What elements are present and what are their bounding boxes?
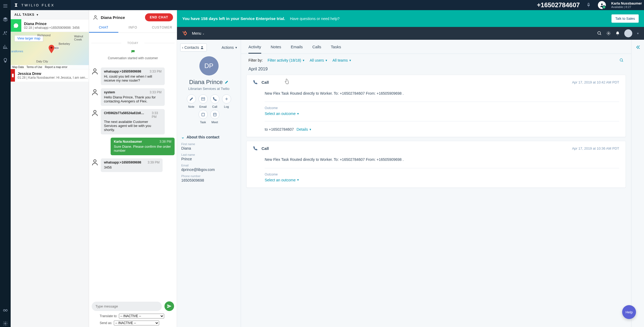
activity-type: Call bbox=[261, 80, 269, 85]
activity-type: Call bbox=[261, 146, 269, 151]
layers-icon[interactable] bbox=[3, 17, 8, 23]
contact-action-task[interactable]: Task bbox=[198, 110, 209, 124]
note-icon bbox=[189, 97, 194, 101]
search-icon[interactable] bbox=[597, 31, 602, 36]
brand: TWILIO FLEX bbox=[14, 3, 55, 7]
trial-question: Have questions or need help? bbox=[290, 17, 340, 21]
contact-action-meet[interactable]: Meet bbox=[209, 110, 220, 124]
tab-customer[interactable]: CUSTOMER bbox=[147, 23, 177, 33]
tab-emails[interactable]: Emails bbox=[291, 45, 303, 54]
chat-message: whatsapp:+165059096983:33 PMHi, could yo… bbox=[91, 67, 175, 85]
outcome-dropdown[interactable]: Select an outcome ▼ bbox=[265, 111, 299, 116]
msg-time: 3:39 PM bbox=[148, 161, 160, 164]
tab-info[interactable]: INFO bbox=[118, 23, 148, 33]
trial-message: You have 158 days left in your Service E… bbox=[182, 16, 285, 21]
trial-banner: You have 158 days left in your Service E… bbox=[177, 10, 644, 27]
about-contact-toggle[interactable]: ⌄About this contact bbox=[181, 135, 236, 139]
svg-point-4 bbox=[5, 323, 6, 324]
phone-value[interactable]: 16505909698 bbox=[181, 178, 236, 182]
call-icon bbox=[213, 97, 217, 101]
last-name-value[interactable]: Prince bbox=[181, 157, 236, 161]
contact-name: Diana Prince bbox=[189, 79, 223, 86]
details-dropdown[interactable]: Details ▼ bbox=[296, 127, 312, 131]
glasses-icon[interactable] bbox=[3, 307, 8, 313]
dialer-number[interactable]: +16502784607 bbox=[537, 1, 580, 9]
activity-column: Activity Notes Emails Calls Tasks Filter… bbox=[241, 40, 631, 327]
svg-rect-21 bbox=[213, 113, 216, 116]
tab-chat[interactable]: CHAT bbox=[89, 23, 118, 33]
edit-pencil-icon[interactable] bbox=[225, 80, 228, 84]
outcome-dropdown[interactable]: Select an outcome ▼ bbox=[265, 178, 299, 182]
search-icon[interactable] bbox=[619, 58, 624, 62]
talk-to-sales-button[interactable]: Talk to Sales bbox=[611, 14, 639, 23]
email-icon bbox=[201, 97, 205, 101]
microphone-icon[interactable] bbox=[586, 3, 591, 7]
activity-body: New Flex Task Routed directly to Worker.… bbox=[253, 151, 619, 162]
message-input[interactable] bbox=[92, 302, 162, 311]
chat-tabs: CHAT INFO CUSTOMER bbox=[89, 23, 177, 33]
actions-dropdown[interactable]: Actions▼ bbox=[222, 45, 238, 50]
msg-from: whatsapp:+16505909698 bbox=[104, 70, 141, 73]
hs-navbar: Menu⌄ ▼ bbox=[177, 27, 644, 40]
person-icon bbox=[200, 46, 204, 49]
filter-activity-dropdown[interactable]: Filter activity (18/18)▼ bbox=[268, 58, 305, 62]
activity-card: CallApr 17, 2019 at 10:42 AM PDTNew Flex… bbox=[246, 75, 626, 137]
contact-action-note[interactable]: Note bbox=[186, 94, 197, 108]
map-preview[interactable]: View larger map Richmond Berkeley Walnut… bbox=[11, 32, 89, 69]
svg-point-9 bbox=[94, 69, 96, 71]
map-pin-icon bbox=[48, 45, 55, 55]
end-chat-button[interactable]: END CHAT bbox=[145, 13, 173, 21]
email-value[interactable]: dprince@libgov.com bbox=[181, 168, 236, 172]
first-name-value[interactable]: Diana bbox=[181, 146, 236, 150]
chat-message: whatsapp:+165059096983:39 PM3456 bbox=[91, 158, 175, 172]
msg-time: 3:33 PM bbox=[150, 70, 162, 73]
translate-to-select[interactable]: -- INACTIVE -- bbox=[119, 314, 164, 318]
chat-bubble-icon bbox=[130, 49, 136, 54]
task-item[interactable]: Jessica Drew 01:28 | Karla Nussbaumer: H… bbox=[11, 69, 89, 82]
conversation-started: Conversation started with customer bbox=[91, 49, 175, 60]
contact-action-log[interactable]: Log bbox=[221, 94, 232, 108]
tab-activity[interactable]: Activity bbox=[248, 45, 261, 54]
contact-action-email[interactable]: Email bbox=[198, 94, 209, 108]
flex-side-rail bbox=[0, 0, 11, 327]
bulb-icon[interactable] bbox=[3, 58, 8, 64]
task-item[interactable]: Diana Prince 02:18 | whatsapp:+165059096… bbox=[11, 19, 89, 32]
stats-icon[interactable] bbox=[3, 44, 8, 50]
filter-users-dropdown[interactable]: All users▼ bbox=[310, 58, 328, 62]
contact-sidebar: ‹Contacts Actions▼ DP Diana Prince Libra… bbox=[177, 40, 241, 327]
agent-meta[interactable]: Karla Nussbaumer Available | 8:27 bbox=[611, 2, 642, 9]
svg-point-22 bbox=[620, 59, 622, 61]
send-button[interactable] bbox=[164, 301, 174, 311]
menu-icon[interactable] bbox=[3, 3, 8, 9]
settings-gear-icon[interactable] bbox=[606, 31, 611, 36]
bell-icon[interactable] bbox=[615, 31, 620, 36]
gear-icon[interactable] bbox=[3, 321, 8, 327]
collapse-chevron-icon[interactable] bbox=[635, 45, 641, 50]
person-icon bbox=[91, 158, 99, 166]
msg-time: 3:33 PM bbox=[152, 111, 162, 119]
back-to-contacts-button[interactable]: ‹Contacts bbox=[180, 43, 207, 51]
svg-point-14 bbox=[185, 31, 186, 32]
collapse-rail bbox=[631, 40, 644, 327]
svg-point-17 bbox=[598, 31, 601, 34]
phone-handset-icon bbox=[253, 146, 258, 151]
day-divider: TODAY bbox=[91, 41, 175, 45]
filter-teams-dropdown[interactable]: All teams▼ bbox=[332, 58, 351, 62]
chat-message: CH5962b77a56524a61b8a1d2c4...3:33 PMThe … bbox=[91, 109, 175, 134]
contact-action-call[interactable]: Call bbox=[209, 94, 220, 108]
tasks-dropdown[interactable]: ALL TASKS▼ bbox=[11, 10, 89, 19]
msg-text: Hello Diana Prince, Thank you for contac… bbox=[104, 95, 162, 103]
hs-menu-dropdown[interactable]: Menu⌄ bbox=[192, 31, 204, 35]
people-icon[interactable] bbox=[3, 30, 8, 37]
agent-avatar[interactable] bbox=[598, 1, 606, 9]
send-as-select[interactable]: -- INACTIVE -- bbox=[114, 321, 159, 325]
tab-tasks[interactable]: Tasks bbox=[331, 45, 341, 54]
help-fab-button[interactable]: Help bbox=[622, 305, 636, 319]
hs-user-avatar[interactable] bbox=[624, 29, 632, 37]
contact-role: Librarian Services at Twilio bbox=[180, 87, 238, 91]
tab-notes[interactable]: Notes bbox=[271, 45, 281, 54]
msg-from: whatsapp:+16505909698 bbox=[104, 161, 141, 164]
tab-calls[interactable]: Calls bbox=[312, 45, 321, 54]
meet-icon bbox=[213, 112, 217, 117]
svg-point-16 bbox=[185, 35, 186, 36]
